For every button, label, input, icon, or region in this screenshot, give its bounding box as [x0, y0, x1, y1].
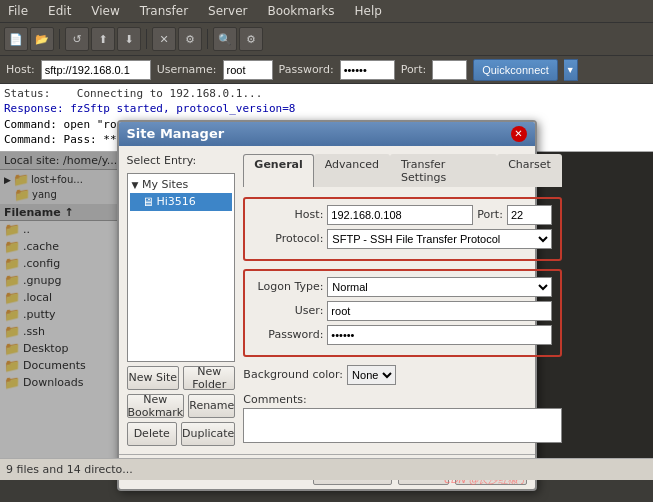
password-field[interactable] — [327, 325, 552, 345]
password-label-sm: Password: — [253, 328, 323, 341]
port-label: Port: — [401, 63, 427, 76]
new-site-button[interactable]: New Site — [127, 366, 179, 390]
bg-color-row: Background color: None — [243, 365, 562, 385]
comments-textarea[interactable] — [243, 408, 562, 443]
menu-transfer[interactable]: Transfer — [136, 2, 192, 20]
username-input[interactable] — [223, 60, 273, 80]
status-bar: 9 files and 14 directo... — [0, 458, 653, 480]
port-input[interactable] — [432, 60, 467, 80]
dialog-left-panel: Select Entry: ▼ My Sites 🖥 Hi3516 New Si… — [127, 154, 236, 446]
tab-general[interactable]: General — [243, 154, 313, 187]
menu-help[interactable]: Help — [351, 2, 386, 20]
toolbar-download-btn[interactable]: ⬇ — [117, 27, 141, 51]
tab-transfer-settings[interactable]: Transfer Settings — [390, 154, 497, 187]
quickconnect-dropdown[interactable]: ▼ — [564, 59, 578, 81]
quickconnect-button[interactable]: Quickconnect — [473, 59, 558, 81]
bg-color-select[interactable]: None — [347, 365, 396, 385]
toolbar-refresh-btn[interactable]: ↺ — [65, 27, 89, 51]
logon-section: Logon Type: Normal User: Password: — [243, 269, 562, 357]
menu-view[interactable]: View — [87, 2, 123, 20]
log-line-2: Response: fzSftp started, protocol_versi… — [4, 101, 649, 116]
password-input[interactable] — [340, 60, 395, 80]
toolbar-sep2 — [146, 29, 147, 49]
host-label: Host: — [253, 208, 323, 221]
port-label-sm: Port: — [477, 208, 503, 221]
host-label: Host: — [6, 63, 35, 76]
host-row: Host: Port: — [253, 205, 552, 225]
toolbar-filter-btn[interactable]: ⚙ — [239, 27, 263, 51]
toolbar-upload-btn[interactable]: ⬆ — [91, 27, 115, 51]
menu-edit[interactable]: Edit — [44, 2, 75, 20]
comments-label: Comments: — [243, 393, 562, 406]
dialog-right-panel: General Advanced Transfer Settings Chars… — [243, 154, 562, 446]
btn-row-3: Delete Duplicate — [127, 422, 236, 446]
password-label: Password: — [279, 63, 334, 76]
user-field[interactable] — [327, 301, 552, 321]
log-line-1: Status: Connecting to 192.168.0.1... — [4, 86, 649, 101]
quickconnect-bar: Host: Username: Password: Port: Quickcon… — [0, 56, 653, 84]
comments-section: Comments: — [243, 393, 562, 446]
site-manager-dialog: Site Manager ✕ Select Entry: ▼ My Sites … — [117, 120, 537, 491]
tree-root[interactable]: ▼ My Sites — [130, 176, 233, 193]
monitor-icon: 🖥 — [142, 195, 154, 209]
menu-server[interactable]: Server — [204, 2, 251, 20]
protocol-row: Protocol: SFTP - SSH File Transfer Proto… — [253, 229, 552, 249]
tree-root-label: My Sites — [142, 178, 188, 191]
dialog-close-button[interactable]: ✕ — [511, 126, 527, 142]
tree-item-label: Hi3516 — [157, 195, 196, 208]
protocol-label: Protocol: — [253, 232, 323, 245]
logon-type-label: Logon Type: — [253, 280, 323, 293]
menu-bookmarks[interactable]: Bookmarks — [263, 2, 338, 20]
tab-advanced[interactable]: Advanced — [314, 154, 390, 187]
toolbar-sep3 — [207, 29, 208, 49]
toolbar: 📄 📂 ↺ ⬆ ⬇ ✕ ⚙ 🔍 ⚙ — [0, 22, 653, 56]
protocol-select[interactable]: SFTP - SSH File Transfer Protocol — [327, 229, 552, 249]
btn-row-2: New Bookmark Rename — [127, 394, 236, 418]
dialog-tabs: General Advanced Transfer Settings Chars… — [243, 154, 562, 187]
dialog-body: Select Entry: ▼ My Sites 🖥 Hi3516 New Si… — [119, 146, 535, 454]
port-field[interactable] — [507, 205, 552, 225]
toolbar-new-btn[interactable]: 📄 — [4, 27, 28, 51]
password-row: Password: — [253, 325, 552, 345]
menubar: File Edit View Transfer Server Bookmarks… — [0, 0, 653, 22]
toolbar-sep1 — [59, 29, 60, 49]
bg-color-label: Background color: — [243, 368, 343, 381]
delete-button[interactable]: Delete — [127, 422, 177, 446]
logon-type-select[interactable]: Normal — [327, 277, 552, 297]
btn-row-1: New Site New Folder — [127, 366, 236, 390]
new-bookmark-button[interactable]: New Bookmark — [127, 394, 185, 418]
username-label: Username: — [157, 63, 217, 76]
main-area: Local site: /home/y... ▶📁lost+fou... 📁ya… — [0, 152, 653, 480]
status-text: 9 files and 14 directo... — [6, 463, 133, 476]
host-field[interactable] — [327, 205, 473, 225]
host-section: Host: Port: Protocol: SFTP - SSH File Tr… — [243, 197, 562, 261]
user-label: User: — [253, 304, 323, 317]
duplicate-button[interactable]: Duplicate — [181, 422, 235, 446]
tree-item-hi3516[interactable]: 🖥 Hi3516 — [130, 193, 233, 211]
user-row: User: — [253, 301, 552, 321]
dialog-left-buttons: New Site New Folder New Bookmark Rename … — [127, 366, 236, 446]
menu-file[interactable]: File — [4, 2, 32, 20]
toolbar-search-btn[interactable]: 🔍 — [213, 27, 237, 51]
dialog-title: Site Manager — [127, 126, 225, 141]
toolbar-cancel-btn[interactable]: ✕ — [152, 27, 176, 51]
new-folder-button[interactable]: New Folder — [183, 366, 235, 390]
toolbar-settings-btn[interactable]: ⚙ — [178, 27, 202, 51]
toolbar-open-btn[interactable]: 📂 — [30, 27, 54, 51]
tab-charset[interactable]: Charset — [497, 154, 562, 187]
logon-type-row: Logon Type: Normal — [253, 277, 552, 297]
host-input[interactable] — [41, 60, 151, 80]
modal-backdrop: Site Manager ✕ Select Entry: ▼ My Sites … — [0, 152, 653, 458]
rename-button[interactable]: Rename — [188, 394, 235, 418]
select-entry-label: Select Entry: — [127, 154, 236, 167]
site-tree[interactable]: ▼ My Sites 🖥 Hi3516 — [127, 173, 236, 362]
dialog-title-bar: Site Manager ✕ — [119, 122, 535, 146]
